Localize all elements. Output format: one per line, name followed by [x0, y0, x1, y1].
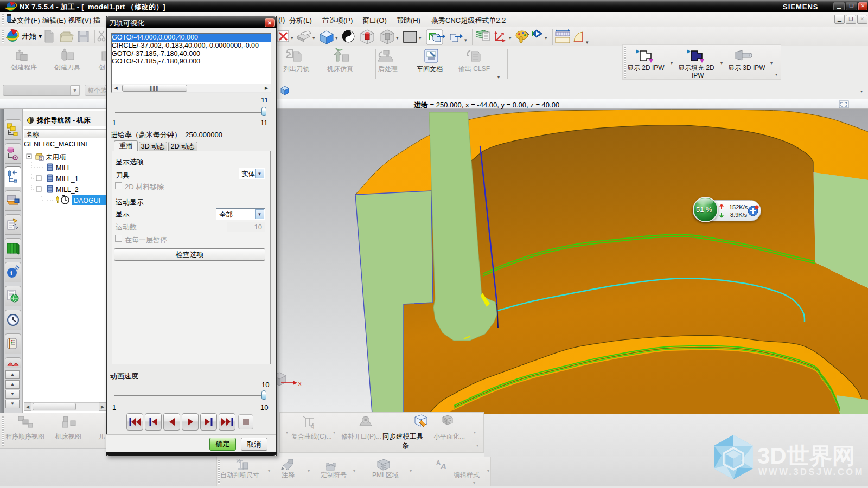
svg-text:8.9K/s: 8.9K/s	[730, 211, 748, 218]
svg-text:MILL_2: MILL_2	[56, 186, 79, 194]
svg-text:A: A	[436, 459, 441, 466]
svg-text:▾: ▾	[396, 35, 399, 41]
svg-text:A: A	[440, 461, 446, 471]
svg-text:MILL: MILL	[56, 164, 71, 172]
svg-text:▾: ▾	[464, 37, 467, 43]
svg-text:▾: ▾	[419, 35, 422, 41]
svg-text:3D世界网: 3D世界网	[757, 443, 855, 468]
svg-text:x: x	[298, 380, 302, 387]
svg-text:i: i	[10, 269, 12, 277]
svg-text:未用项: 未用项	[46, 153, 66, 161]
svg-text:q: q	[311, 422, 314, 429]
svg-text:▾: ▾	[312, 35, 315, 41]
svg-text:▾: ▾	[545, 35, 547, 41]
svg-text:WWW.3DSJW.COM: WWW.3DSJW.COM	[758, 467, 864, 477]
svg-text:▾: ▾	[586, 40, 589, 45]
svg-text:▾: ▾	[335, 35, 338, 41]
svg-text:▾: ▾	[291, 35, 293, 41]
svg-text:MILL_1: MILL_1	[56, 175, 79, 183]
svg-text:152K/s: 152K/s	[729, 204, 748, 210]
svg-text:▾: ▾	[509, 35, 512, 41]
svg-text:5: 5	[40, 157, 42, 160]
svg-text:DAOGUI: DAOGUI	[74, 197, 100, 204]
